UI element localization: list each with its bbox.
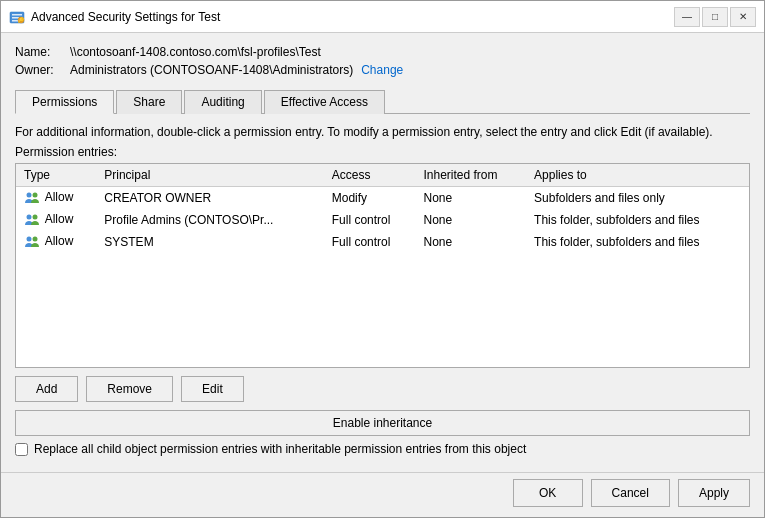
window-title: Advanced Security Settings for Test <box>31 10 674 24</box>
col-type: Type <box>16 164 96 187</box>
row1-inherited: None <box>415 186 526 209</box>
replace-checkbox-row: Replace all child object permission entr… <box>15 442 750 456</box>
apply-button[interactable]: Apply <box>678 479 750 507</box>
tab-effective-access[interactable]: Effective Access <box>264 90 385 114</box>
title-bar: 🔑 Advanced Security Settings for Test — … <box>1 1 764 33</box>
edit-button[interactable]: Edit <box>181 376 244 402</box>
window-icon: 🔑 <box>9 9 25 25</box>
col-inherited: Inherited from <box>415 164 526 187</box>
svg-point-7 <box>33 192 38 197</box>
svg-point-11 <box>33 236 38 241</box>
tab-permissions[interactable]: Permissions <box>15 90 114 114</box>
svg-text:🔑: 🔑 <box>18 17 25 24</box>
col-principal: Principal <box>96 164 323 187</box>
ok-button[interactable]: OK <box>513 479 583 507</box>
window-controls: — □ ✕ <box>674 7 756 27</box>
row2-type: Allow <box>16 209 96 231</box>
row3-inherited: None <box>415 231 526 253</box>
permissions-table-container: Type Principal Access Inherited from App… <box>15 163 750 368</box>
table-row[interactable]: Allow CREATOR OWNER Modify None Subfolde… <box>16 186 749 209</box>
row2-inherited: None <box>415 209 526 231</box>
owner-value: Administrators (CONTOSOANF-1408\Administ… <box>70 63 353 77</box>
action-buttons-row: Add Remove Edit <box>15 376 750 402</box>
tab-bar: Permissions Share Auditing Effective Acc… <box>15 89 750 114</box>
perm-entries-label: Permission entries: <box>15 145 750 159</box>
permissions-table: Type Principal Access Inherited from App… <box>16 164 749 253</box>
table-header-row: Type Principal Access Inherited from App… <box>16 164 749 187</box>
table-row[interactable]: Allow Profile Admins (CONTOSO\Pr... Full… <box>16 209 749 231</box>
name-row: Name: \\contosoanf-1408.contoso.com\fsl-… <box>15 45 750 59</box>
add-button[interactable]: Add <box>15 376 78 402</box>
row2-applies: This folder, subfolders and files <box>526 209 749 231</box>
row2-access: Full control <box>324 209 416 231</box>
description-text: For additional information, double-click… <box>15 124 750 141</box>
remove-button[interactable]: Remove <box>86 376 173 402</box>
row3-type: Allow <box>16 231 96 253</box>
tab-auditing[interactable]: Auditing <box>184 90 261 114</box>
minimize-button[interactable]: — <box>674 7 700 27</box>
svg-point-8 <box>27 214 32 219</box>
table-row[interactable]: Allow SYSTEM Full control None This fold… <box>16 231 749 253</box>
close-button[interactable]: ✕ <box>730 7 756 27</box>
replace-checkbox-label: Replace all child object permission entr… <box>34 442 526 456</box>
svg-point-6 <box>27 192 32 197</box>
svg-point-10 <box>27 236 32 241</box>
row1-applies: Subfolders and files only <box>526 186 749 209</box>
col-applies: Applies to <box>526 164 749 187</box>
svg-point-9 <box>33 214 38 219</box>
name-label: Name: <box>15 45 70 59</box>
row1-access: Modify <box>324 186 416 209</box>
col-access: Access <box>324 164 416 187</box>
tab-share[interactable]: Share <box>116 90 182 114</box>
row3-applies: This folder, subfolders and files <box>526 231 749 253</box>
cancel-button[interactable]: Cancel <box>591 479 670 507</box>
replace-checkbox[interactable] <box>15 443 28 456</box>
name-value: \\contosoanf-1408.contoso.com\fsl-profil… <box>70 45 321 59</box>
row1-principal: CREATOR OWNER <box>96 186 323 209</box>
enable-inheritance-button[interactable]: Enable inheritance <box>15 410 750 436</box>
change-link[interactable]: Change <box>361 63 403 77</box>
row1-type: Allow <box>16 186 96 209</box>
main-content: Name: \\contosoanf-1408.contoso.com\fsl-… <box>1 33 764 472</box>
row3-principal: SYSTEM <box>96 231 323 253</box>
bottom-bar: OK Cancel Apply <box>1 472 764 517</box>
owner-row: Owner: Administrators (CONTOSOANF-1408\A… <box>15 63 750 77</box>
row3-access: Full control <box>324 231 416 253</box>
owner-label: Owner: <box>15 63 70 77</box>
svg-rect-1 <box>12 14 22 16</box>
row2-principal: Profile Admins (CONTOSO\Pr... <box>96 209 323 231</box>
maximize-button[interactable]: □ <box>702 7 728 27</box>
main-window: 🔑 Advanced Security Settings for Test — … <box>0 0 765 518</box>
